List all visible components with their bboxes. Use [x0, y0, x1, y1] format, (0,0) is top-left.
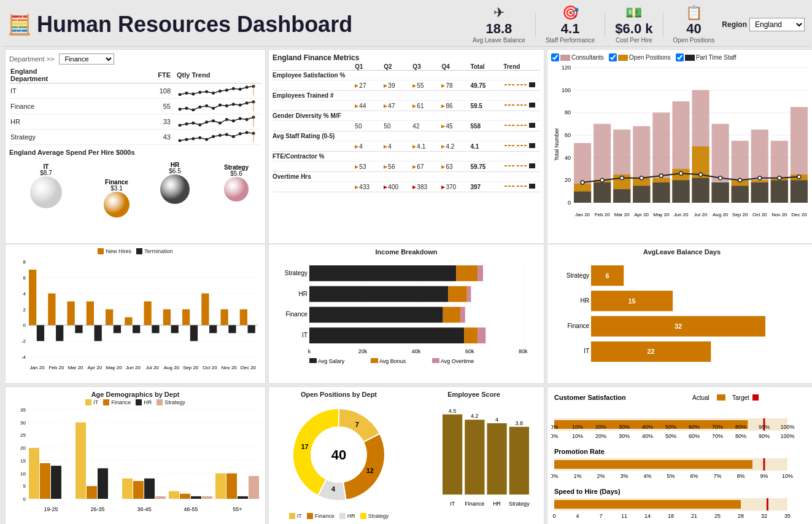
svg-text:Jul 20: Jul 20 [694, 212, 708, 217]
svg-text:7%: 7% [713, 473, 721, 479]
app-logo: 🧮 [7, 13, 32, 36]
dept-trend [176, 114, 261, 130]
kpi-open-positions-label: Open Positions [673, 37, 715, 44]
svg-text:30%: 30% [619, 424, 630, 430]
svg-rect-78 [529, 163, 535, 168]
svg-point-13 [179, 108, 182, 111]
svg-text:Feb 20: Feb 20 [48, 365, 64, 370]
region-dropdown[interactable]: EnglandScotlandWalesN Ireland [749, 18, 805, 31]
cb-part-time[interactable]: Part Time Staff [676, 53, 737, 61]
svg-text:Aug 20: Aug 20 [713, 212, 729, 217]
svg-text:60k: 60k [465, 348, 474, 354]
kpi-divider-3 [663, 12, 663, 37]
termination-legend-box [136, 248, 142, 254]
svg-rect-226 [309, 307, 443, 323]
kpi-staff-perf-label: Staff Performance [546, 37, 595, 44]
cb-part-time-input[interactable] [676, 53, 684, 61]
svg-text:26-35: 26-35 [90, 506, 104, 512]
svg-rect-179 [75, 325, 82, 333]
svg-rect-220 [478, 265, 483, 281]
svg-rect-314 [752, 394, 759, 401]
svg-rect-175 [48, 294, 55, 326]
svg-text:k: k [308, 348, 311, 354]
svg-text:-4: -4 [21, 354, 26, 360]
svg-text:Nov 20: Nov 20 [221, 365, 237, 370]
svg-rect-331 [554, 460, 752, 469]
svg-text:3.8: 3.8 [516, 420, 524, 426]
svg-rect-197 [190, 325, 198, 341]
cb-open-pos-input[interactable] [609, 53, 617, 61]
svg-text:4: 4 [23, 291, 26, 297]
svg-rect-236 [371, 358, 378, 363]
svg-rect-185 [114, 325, 121, 333]
svg-rect-223 [448, 286, 466, 302]
svg-point-4 [205, 90, 208, 93]
col-trend: Qtly Trend [176, 67, 261, 84]
svg-text:40: 40 [331, 447, 346, 463]
svg-point-46 [225, 133, 228, 136]
cb-open-pos-label: Open Positions [629, 54, 671, 61]
svg-point-156 [797, 175, 801, 179]
svg-rect-131 [732, 186, 749, 203]
satisfaction-panel: Customer SatisfactionActualTarget0%10%20… [547, 386, 812, 524]
svg-text:Strategy: Strategy [285, 270, 307, 276]
svg-text:4: 4 [331, 485, 336, 493]
svg-text:100%: 100% [780, 424, 794, 430]
svg-point-14 [185, 107, 188, 110]
bubble-chart: IT$8.7Finance$3.1HR$6.5Strategy$5.6 [9, 158, 264, 238]
dept-trend [176, 84, 261, 99]
kpi-cost-hire: 💵 $6.0 k Cost Per Hire [615, 5, 652, 44]
svg-rect-190 [144, 302, 152, 326]
col-dept: EnglandDepartment [9, 67, 122, 84]
dept-name: IT [9, 84, 122, 99]
cb-part-time-label: Part Time Staff [696, 54, 737, 61]
svg-text:6: 6 [23, 275, 26, 281]
svg-point-23 [246, 101, 249, 104]
svg-text:15: 15 [628, 297, 635, 305]
svg-point-152 [719, 176, 722, 180]
income-chart-title: Income Breakdown [273, 248, 540, 256]
svg-text:20: 20 [20, 445, 26, 451]
svg-rect-191 [152, 325, 159, 333]
svg-point-44 [212, 135, 215, 138]
dept-table: EnglandDepartment FTE Qtly Trend IT 108 … [9, 67, 261, 145]
svg-text:80k: 80k [519, 348, 528, 354]
cb-consultants-input[interactable] [551, 53, 559, 61]
svg-rect-268 [29, 448, 39, 499]
svg-text:100%: 100% [780, 433, 794, 439]
avgleave-chart: 6Strategy15HR32Finance22IT [551, 257, 812, 377]
employee-score-section: Employee Score 4.5IT4.2Finance4HR3.8Stra… [408, 391, 540, 522]
cb-consultants[interactable]: Consultants [551, 53, 604, 61]
svg-rect-283 [169, 491, 179, 499]
svg-text:11: 11 [621, 513, 627, 519]
svg-point-40 [185, 138, 188, 141]
svg-rect-298 [443, 415, 462, 495]
svg-text:2%: 2% [597, 473, 605, 479]
svg-point-148 [640, 176, 643, 180]
svg-text:Apr 20: Apr 20 [635, 212, 649, 217]
svg-text:Target: Target [732, 394, 749, 401]
svg-text:6: 6 [606, 272, 609, 280]
svg-rect-278 [122, 479, 133, 499]
metrics-panel: England Finance Metrics Q1 Q2 Q3 Q4 Tota… [268, 49, 544, 244]
svg-rect-274 [87, 486, 97, 499]
svg-rect-285 [191, 496, 201, 499]
open-positions-section: Open Positions by Dept 71241740 IT Finan… [273, 391, 405, 522]
dept-dropdown[interactable]: FinanceHRITStrategy [59, 53, 114, 65]
svg-text:50%: 50% [665, 424, 676, 430]
svg-text:IT: IT [450, 501, 455, 507]
svg-rect-231 [464, 327, 478, 343]
legend-donut-finance: Finance [307, 513, 334, 519]
svg-text:10%: 10% [572, 424, 583, 430]
svg-point-49 [246, 131, 249, 134]
svg-text:Total Number: Total Number [554, 128, 560, 161]
cb-open-pos[interactable]: Open Positions [609, 53, 671, 61]
svg-point-43 [205, 138, 208, 141]
svg-text:7: 7 [599, 513, 602, 519]
svg-text:2: 2 [23, 307, 26, 313]
svg-text:May 20: May 20 [653, 212, 670, 217]
svg-text:Mar 20: Mar 20 [614, 212, 630, 217]
right-chart-panel: Consultants Open Positions Part Time Sta… [547, 49, 812, 244]
chart-legend-row: Consultants Open Positions Part Time Sta… [551, 53, 812, 61]
kpi-divider-1 [535, 12, 536, 37]
